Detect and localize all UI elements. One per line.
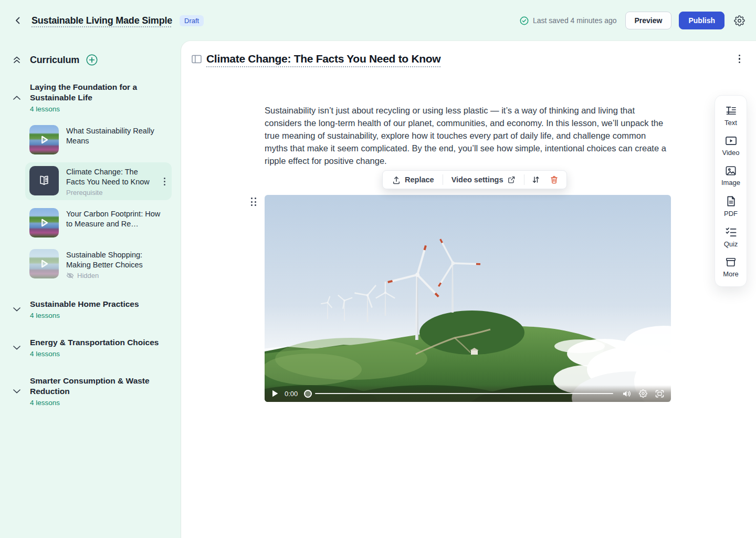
section-lesson-count: 4 lessons bbox=[30, 105, 172, 113]
more-blocks-icon bbox=[725, 257, 737, 267]
section-header[interactable]: Smarter Consumption & Waste Reduction 4 … bbox=[13, 376, 172, 407]
insert-video-label: Video bbox=[722, 149, 739, 157]
video-controls-bar: 0:00 bbox=[265, 385, 671, 402]
video-block-toolbar: Replace Video settings bbox=[382, 170, 567, 189]
lesson-item-hidden[interactable]: Sustainable Shopping: Making Better Choi… bbox=[25, 245, 172, 283]
check-circle-icon bbox=[520, 16, 529, 25]
course-title[interactable]: Sustainable Living Made Simple bbox=[32, 15, 172, 26]
insert-quiz-button[interactable]: Quiz bbox=[715, 225, 747, 249]
insert-quiz-label: Quiz bbox=[724, 240, 738, 248]
external-link-icon bbox=[507, 175, 516, 184]
delete-block-button[interactable] bbox=[545, 172, 563, 188]
curriculum-section: Laying the Foundation for a Sustainable … bbox=[9, 82, 172, 283]
video-still-windfarm bbox=[265, 195, 671, 402]
insert-block-toolbar: Text Video Image PDF Quiz More bbox=[715, 95, 747, 287]
toolbar-divider bbox=[443, 174, 443, 185]
toggle-sidebar-button[interactable] bbox=[190, 53, 203, 65]
lesson-menu-button[interactable] bbox=[162, 175, 167, 188]
curriculum-section: Energy & Transportation Choices 4 lesson… bbox=[9, 337, 172, 358]
pdf-block-icon bbox=[726, 195, 736, 207]
lesson-subtitle: Prerequisite bbox=[66, 189, 154, 196]
top-bar: Sustainable Living Made Simple Draft Las… bbox=[0, 0, 756, 41]
scrubber-handle[interactable] bbox=[304, 390, 312, 398]
move-block-button[interactable] bbox=[527, 172, 545, 188]
chevron-down-icon bbox=[13, 307, 21, 312]
lesson-item[interactable]: What Sustainability Really Means bbox=[25, 121, 172, 158]
publish-button[interactable]: Publish bbox=[679, 12, 724, 29]
lesson-options-button[interactable] bbox=[737, 53, 743, 66]
curriculum-heading: Curriculum bbox=[30, 55, 79, 66]
video-player[interactable]: 0:00 bbox=[265, 195, 671, 402]
insert-pdf-button[interactable]: PDF bbox=[715, 194, 747, 219]
collapse-all-button[interactable] bbox=[13, 54, 21, 66]
play-button[interactable] bbox=[271, 389, 279, 398]
lesson-thumbnail bbox=[29, 125, 59, 154]
lesson-item[interactable]: Your Carbon Footprint: How to Measure an… bbox=[25, 204, 172, 241]
section-lesson-count: 4 lessons bbox=[30, 350, 172, 358]
back-button[interactable] bbox=[12, 14, 24, 27]
insert-more-button[interactable]: More bbox=[715, 256, 747, 279]
insert-image-button[interactable]: Image bbox=[715, 164, 747, 188]
book-open-icon bbox=[37, 174, 51, 188]
panel-layout-icon bbox=[192, 55, 202, 64]
toolbar-divider bbox=[524, 174, 524, 185]
lesson-page-title[interactable]: Climate Change: The Facts You Need to Kn… bbox=[206, 53, 440, 65]
chevrons-up-icon bbox=[13, 55, 21, 65]
quiz-block-icon bbox=[725, 226, 737, 237]
lesson-thumbnail bbox=[29, 249, 59, 278]
chevron-left-icon bbox=[14, 16, 22, 25]
insert-text-label: Text bbox=[724, 119, 737, 127]
eye-off-icon bbox=[66, 272, 74, 279]
lesson-editor-panel: Climate Change: The Facts You Need to Kn… bbox=[181, 41, 756, 538]
chevron-down-icon bbox=[13, 345, 21, 350]
section-header[interactable]: Sustainable Home Practices 4 lessons bbox=[13, 299, 172, 319]
section-title: Smarter Consumption & Waste Reduction bbox=[30, 376, 172, 397]
player-settings-button[interactable] bbox=[638, 389, 648, 398]
section-header[interactable]: Laying the Foundation for a Sustainable … bbox=[13, 82, 172, 113]
insert-more-label: More bbox=[723, 270, 739, 278]
lesson-title: What Sustainability Really Means bbox=[66, 126, 167, 146]
section-lesson-count: 4 lessons bbox=[30, 312, 172, 319]
curriculum-section: Sustainable Home Practices 4 lessons bbox=[9, 299, 172, 319]
lesson-thumbnail bbox=[29, 208, 59, 237]
volume-button[interactable] bbox=[622, 389, 632, 398]
fullscreen-button[interactable] bbox=[655, 389, 665, 398]
insert-pdf-label: PDF bbox=[724, 210, 738, 218]
lesson-subtitle: Hidden bbox=[77, 272, 99, 280]
add-section-button[interactable] bbox=[86, 54, 98, 66]
lesson-title: Sustainable Shopping: Making Better Choi… bbox=[66, 250, 167, 270]
insert-video-button[interactable]: Video bbox=[715, 134, 747, 158]
lesson-item-selected[interactable]: Climate Change: The Facts You Need to Kn… bbox=[25, 162, 172, 200]
insert-text-button[interactable]: Text bbox=[715, 104, 747, 128]
section-lesson-count: 4 lessons bbox=[30, 399, 172, 407]
status-badge: Draft bbox=[180, 15, 204, 26]
curriculum-section: Smarter Consumption & Waste Reduction 4 … bbox=[9, 376, 172, 407]
section-header[interactable]: Energy & Transportation Choices 4 lesson… bbox=[13, 337, 172, 358]
plus-circle-icon bbox=[86, 54, 98, 66]
settings-button[interactable] bbox=[732, 13, 747, 28]
trash-icon bbox=[550, 175, 559, 184]
lesson-title: Your Carbon Footprint: How to Measure an… bbox=[66, 209, 167, 229]
video-settings-button[interactable]: Video settings bbox=[445, 172, 522, 187]
replace-video-button[interactable]: Replace bbox=[386, 172, 440, 188]
upload-icon bbox=[392, 175, 401, 184]
playback-time: 0:00 bbox=[285, 390, 298, 398]
play-overlay-icon bbox=[29, 125, 59, 154]
lesson-reading-tile bbox=[29, 166, 59, 195]
lesson-paragraph[interactable]: Sustainability isn’t just about recyclin… bbox=[265, 104, 671, 167]
section-title: Energy & Transportation Choices bbox=[30, 337, 172, 348]
last-saved-text: Last saved 4 minutes ago bbox=[533, 16, 617, 25]
block-drag-handle[interactable] bbox=[249, 196, 258, 208]
progress-track[interactable] bbox=[315, 393, 613, 395]
chevron-down-icon bbox=[13, 389, 21, 394]
save-status: Last saved 4 minutes ago bbox=[520, 16, 617, 25]
chevron-up-icon bbox=[13, 95, 21, 100]
swap-arrows-icon bbox=[531, 175, 540, 184]
play-overlay-icon bbox=[29, 208, 59, 237]
lesson-title: Climate Change: The Facts You Need to Kn… bbox=[66, 167, 154, 187]
gear-icon bbox=[734, 15, 745, 26]
preview-button[interactable]: Preview bbox=[625, 12, 672, 29]
replace-label: Replace bbox=[405, 175, 434, 184]
insert-image-label: Image bbox=[721, 179, 740, 187]
section-title: Laying the Foundation for a Sustainable … bbox=[30, 82, 172, 103]
